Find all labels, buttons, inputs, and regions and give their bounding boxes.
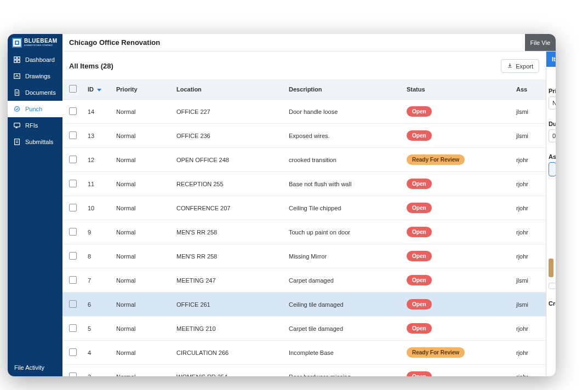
- col-header-description[interactable]: Description: [284, 79, 402, 100]
- sidebar-item-label: Documents: [25, 89, 56, 96]
- row-checkbox[interactable]: [69, 372, 77, 377]
- status-badge: Ready For Review: [407, 347, 465, 358]
- cell-status: Open: [402, 196, 512, 220]
- cell-priority: Normal: [112, 244, 172, 268]
- cell-description: Base not flush with wall: [284, 172, 402, 196]
- row-checkbox[interactable]: [69, 324, 77, 332]
- status-badge: Open: [407, 371, 432, 376]
- sidebar-item-drawings[interactable]: Drawings: [8, 68, 62, 84]
- cell-description: Incomplete Base: [284, 341, 402, 365]
- cell-status: Open: [402, 292, 512, 317]
- table-row[interactable]: 9NormalMEN'S RR 258Touch up paint on doo…: [62, 220, 546, 244]
- sidebar-item-label: Submittals: [25, 139, 53, 145]
- row-checkbox[interactable]: [69, 300, 77, 308]
- cell-description: Ceiling tile damaged: [284, 292, 402, 317]
- cell-priority: Normal: [112, 172, 172, 196]
- col-header-checkbox[interactable]: [62, 79, 83, 100]
- sidebar-item-label: RFIs: [25, 122, 38, 129]
- cell-location: MEETING 210: [172, 317, 284, 341]
- table-row[interactable]: 11NormalRECEPTION 255Base not flush with…: [62, 172, 546, 196]
- file-activity-link[interactable]: File Activity: [8, 359, 62, 376]
- cell-location: OPEN OFFICE 248: [172, 148, 284, 172]
- cell-status: Open: [402, 268, 512, 292]
- cell-description: Door hardware missing.: [284, 365, 402, 377]
- list-header: All Items (28) Export: [62, 51, 546, 79]
- row-checkbox[interactable]: [69, 107, 77, 115]
- col-header-id[interactable]: ID: [83, 79, 112, 100]
- table-row[interactable]: 8NormalMEN'S RR 258Missing MirrorOpenrjo…: [62, 244, 546, 268]
- table-row[interactable]: 4NormalCIRCULATION 266Incomplete BaseRea…: [62, 341, 546, 365]
- rfis-icon: [13, 122, 21, 129]
- status-badge: Open: [407, 275, 432, 285]
- select-all-checkbox[interactable]: [69, 85, 77, 93]
- cell-id: 4: [83, 341, 112, 365]
- cell-assignee: rjohr: [512, 220, 546, 244]
- topbar: BLUEBEAM A NEMETSCHEK COMPANY Chicago Of…: [8, 34, 556, 51]
- cell-status: Open: [402, 124, 512, 148]
- svg-rect-3: [18, 60, 20, 62]
- cell-description: Touch up paint on door: [284, 220, 402, 244]
- table-row[interactable]: 12NormalOPEN OFFICE 248crooked transitio…: [62, 148, 546, 172]
- table-row[interactable]: 10NormalCONFERENCE 207Ceiling Tile chipp…: [62, 196, 546, 220]
- col-header-location[interactable]: Location: [172, 79, 284, 100]
- cell-status: Open: [402, 220, 512, 244]
- row-checkbox[interactable]: [69, 252, 77, 260]
- cell-priority: Normal: [112, 365, 172, 377]
- cell-id: 8: [83, 244, 112, 268]
- col-header-assignee[interactable]: Ass: [512, 79, 546, 100]
- cell-description: Ceiling Tile chipped: [284, 196, 402, 220]
- status-badge: Open: [407, 179, 432, 189]
- cell-location: CIRCULATION 266: [172, 341, 284, 365]
- list-title: All Items (28): [69, 62, 501, 70]
- detail-tab-items[interactable]: Item: [546, 51, 556, 67]
- table-row[interactable]: 6NormalOFFICE 261Ceiling tile damagedOpe…: [62, 292, 546, 317]
- export-button[interactable]: Export: [501, 59, 539, 73]
- table-row[interactable]: 5NormalMEETING 210Carpet tile damagedOpe…: [62, 317, 546, 341]
- cell-description: Missing Mirror: [284, 244, 402, 268]
- col-header-status[interactable]: Status: [402, 79, 512, 100]
- cell-assignee: rjohr: [512, 341, 546, 365]
- table-row[interactable]: 3NormalWOMEN'S RR 254Door hardware missi…: [62, 365, 546, 377]
- row-checkbox[interactable]: [69, 156, 77, 163]
- sidebar-item-label: Punch: [25, 106, 42, 112]
- detail-priority-field[interactable]: No: [549, 96, 556, 110]
- cell-location: MEN'S RR 258: [172, 244, 284, 268]
- row-checkbox[interactable]: [69, 204, 77, 211]
- table-row[interactable]: 13NormalOFFICE 236Exposed wires.Openjlsm…: [62, 124, 546, 148]
- cell-assignee: jlsmi: [512, 100, 546, 124]
- table-row[interactable]: 7NormalMEETING 247Carpet damagedOpenjlsm…: [62, 268, 546, 292]
- detail-assignee-label: Ass: [549, 153, 553, 160]
- punch-icon: [13, 105, 21, 113]
- cell-priority: Normal: [112, 124, 172, 148]
- file-view-button[interactable]: File Vie: [525, 34, 556, 51]
- brand-logo[interactable]: BLUEBEAM A NEMETSCHEK COMPANY: [8, 34, 62, 51]
- svg-rect-1: [18, 57, 20, 59]
- cell-description: Door handle loose: [284, 100, 402, 124]
- brand-tagline: A NEMETSCHEK COMPANY: [24, 44, 58, 47]
- detail-extra-field[interactable]: [549, 283, 556, 289]
- cell-assignee: jlsmi: [512, 292, 546, 317]
- status-badge: Open: [407, 203, 432, 213]
- detail-action-bar[interactable]: [549, 259, 553, 277]
- table-row[interactable]: 14NormalOFFICE 227Door handle looseOpenj…: [62, 100, 546, 124]
- row-checkbox[interactable]: [69, 276, 77, 284]
- cell-location: MEETING 247: [172, 268, 284, 292]
- cell-status: Open: [402, 365, 512, 377]
- detail-assignee-field[interactable]: [549, 162, 556, 176]
- cell-status: Ready For Review: [402, 341, 512, 365]
- documents-icon: [13, 89, 21, 96]
- sidebar-item-submittals[interactable]: Submittals: [8, 134, 62, 150]
- sidebar-item-documents[interactable]: Documents: [8, 84, 62, 101]
- row-checkbox[interactable]: [69, 348, 77, 356]
- status-badge: Open: [407, 130, 432, 141]
- detail-due-field[interactable]: 0: [549, 129, 556, 142]
- sidebar-item-rfis[interactable]: RFIs: [8, 117, 62, 134]
- sidebar-item-punch[interactable]: Punch: [8, 101, 62, 117]
- sidebar-item-dashboard[interactable]: Dashboard: [8, 51, 62, 68]
- status-badge: Open: [407, 299, 432, 309]
- row-checkbox[interactable]: [69, 228, 77, 236]
- col-header-priority[interactable]: Priority: [112, 79, 172, 100]
- row-checkbox[interactable]: [69, 180, 77, 187]
- row-checkbox[interactable]: [69, 131, 77, 139]
- cell-location: MEN'S RR 258: [172, 220, 284, 244]
